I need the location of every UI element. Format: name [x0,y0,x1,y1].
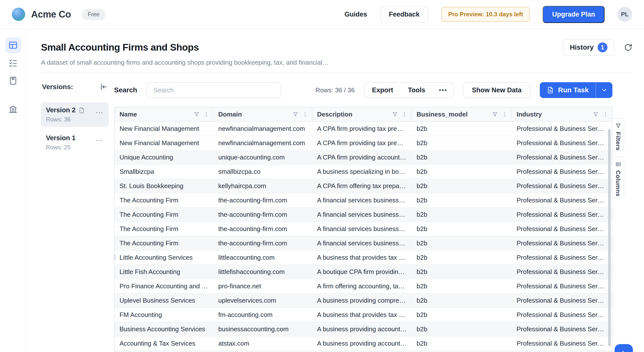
cell-business-model[interactable]: b2b [412,322,512,336]
cell-description[interactable]: A financial services business o… [312,193,412,207]
version-item[interactable]: Version 1 … Rows: 25 [41,130,109,155]
cell-description[interactable]: A boutique CPA firm providing … [312,265,412,279]
run-task-dropdown-button[interactable] [596,82,612,98]
table-row[interactable]: The Accounting Firm the-accounting-firm.… [114,193,612,208]
refresh-button[interactable] [624,43,633,52]
column-header[interactable]: Domain [213,107,312,121]
table-row[interactable]: Business Accounting Services businessacc… [114,322,612,337]
cell-name[interactable]: Elite Accounting & Tax [114,351,213,352]
column-header[interactable]: Industry [512,107,612,121]
table-row[interactable]: New Financial Management newfinancialman… [114,136,612,150]
filter-icon[interactable] [492,111,498,117]
column-header[interactable]: Business_model [412,107,512,121]
vertical-scrollbar[interactable] [608,129,611,346]
cell-name[interactable]: The Accounting Firm [114,193,213,207]
cell-business-model[interactable]: b2b [412,208,512,222]
cell-description[interactable]: A CPA firm offering tax prepar… [312,179,412,193]
cell-domain[interactable]: fm-accounting.com [213,308,312,322]
cell-domain[interactable]: elitetaxplanningservices.com [213,351,312,352]
cell-business-model[interactable]: b2b [412,165,512,179]
cell-industry[interactable]: Professional & Business Servic… [512,193,612,207]
cell-business-model[interactable]: b2b [412,222,512,236]
cell-domain[interactable]: uplevelservices.com [213,294,312,308]
cell-business-model[interactable]: b2b [412,337,512,351]
run-task-button[interactable]: Run Task [540,82,596,98]
column-menu-icon[interactable] [602,111,608,117]
cell-domain[interactable]: the-accounting-firm.com [213,222,312,236]
cell-business-model[interactable]: b2b [412,236,512,250]
column-header[interactable]: Description [312,107,412,121]
cell-description[interactable]: A business that provides tax pl… [312,251,412,265]
table-row[interactable]: Elite Accounting & Tax elitetaxplannings… [114,351,612,352]
cell-industry[interactable]: Professional & Business Servic… [512,236,612,250]
feedback-button[interactable]: Feedback [380,6,429,22]
cell-industry[interactable]: Professional & Business Servic… [512,322,612,336]
cell-industry[interactable]: Professional & Business Servic… [512,294,612,308]
cell-name[interactable]: FM Accounting [114,308,213,322]
avatar[interactable]: PL [617,7,632,22]
cell-business-model[interactable]: b2b [412,179,512,193]
cell-industry[interactable]: Professional & Business Servic… [512,351,612,352]
version-menu-icon[interactable]: … [95,136,104,141]
version-item[interactable]: Version 2 … Rows: 36 [41,102,109,127]
cell-business-model[interactable]: b2b [412,193,512,207]
cell-name[interactable]: Little Fish Accounting [114,265,213,279]
cell-domain[interactable]: atstax.com [213,337,312,351]
cell-industry[interactable]: Professional & Business Servic… [512,165,612,179]
filter-icon[interactable] [292,111,298,117]
cell-name[interactable]: Smallbizcpa [114,165,213,179]
cell-industry[interactable]: Professional & Business Servic… [512,136,612,150]
export-button[interactable]: Export [364,83,400,97]
cell-domain[interactable]: the-accounting-firm.com [213,236,312,250]
cell-industry[interactable]: Professional & Business Servic… [512,222,612,236]
cell-domain[interactable]: littleaccounting.com [213,251,312,265]
cell-business-model[interactable]: b2b [412,308,512,322]
table-row[interactable]: FM Accounting fm-accounting.com A busine… [114,308,612,322]
filter-icon[interactable] [593,111,599,117]
collapse-panel-button[interactable] [99,83,108,91]
cell-name[interactable]: The Accounting Firm [114,236,213,250]
cell-domain[interactable]: the-accounting-firm.com [213,193,312,207]
cell-business-model[interactable]: b2b [412,279,512,293]
table-row[interactable]: Unique Accounting unique-accounting.com … [114,150,612,165]
table-row[interactable]: The Accounting Firm the-accounting-firm.… [114,222,612,236]
column-menu-icon[interactable] [402,111,408,117]
cell-business-model[interactable]: b2b [412,265,512,279]
cell-domain[interactable]: littlefishaccounting.com [213,265,312,279]
cell-description[interactable]: A financial services business o… [312,208,412,222]
cell-industry[interactable]: Professional & Business Servic… [512,251,612,265]
cell-name[interactable]: The Accounting Firm [114,222,213,236]
cell-description[interactable]: A financial services business o… [312,236,412,250]
cell-name[interactable]: Pro Finance Accounting and T… [114,279,213,293]
search-input[interactable] [146,82,281,98]
cell-name[interactable]: Little Accounting Services [114,251,213,265]
cell-business-model[interactable]: b2b [412,294,512,308]
column-menu-icon[interactable] [302,111,308,117]
cell-industry[interactable]: Professional & Business Servic… [512,279,612,293]
rail-tasks-button[interactable] [5,55,21,71]
history-button[interactable]: History 1 [563,39,614,56]
cell-industry[interactable]: Professional & Business Servic… [512,208,612,222]
cell-business-model[interactable]: b2b [412,251,512,265]
cell-domain[interactable]: newfinancialmanagement.com [213,136,312,150]
cell-domain[interactable]: pro-finance.net [213,279,312,293]
fab-button[interactable] [614,344,633,352]
cell-name[interactable]: New Financial Management [114,122,213,136]
table-row[interactable]: The Accounting Firm the-accounting-firm.… [114,208,612,222]
column-menu-icon[interactable] [502,111,508,117]
table-row[interactable]: Little Fish Accounting littlefishaccount… [114,265,612,279]
cell-domain[interactable]: the-accounting-firm.com [213,208,312,222]
cell-description[interactable]: A business providing accounti… [312,322,412,336]
filter-icon[interactable] [194,111,200,117]
cell-name[interactable]: Business Accounting Services [114,322,213,336]
tools-overflow-icon[interactable]: ⋯ [433,83,453,97]
cell-name[interactable]: Unique Accounting [114,150,213,164]
cell-name[interactable]: Uplevel Business Services [114,294,213,308]
upgrade-plan-button[interactable]: Upgrade Plan [543,6,604,23]
cell-domain[interactable]: businessaccounting.com [213,322,312,336]
cell-description[interactable]: A firm offering accounting, tax… [312,279,412,293]
cell-business-model[interactable]: b2b [412,351,512,352]
table-row[interactable]: Uplevel Business Services uplevelservice… [114,294,612,308]
cell-name[interactable]: New Financial Management [114,136,213,150]
cell-industry[interactable]: Professional & Business Servic… [512,150,612,164]
